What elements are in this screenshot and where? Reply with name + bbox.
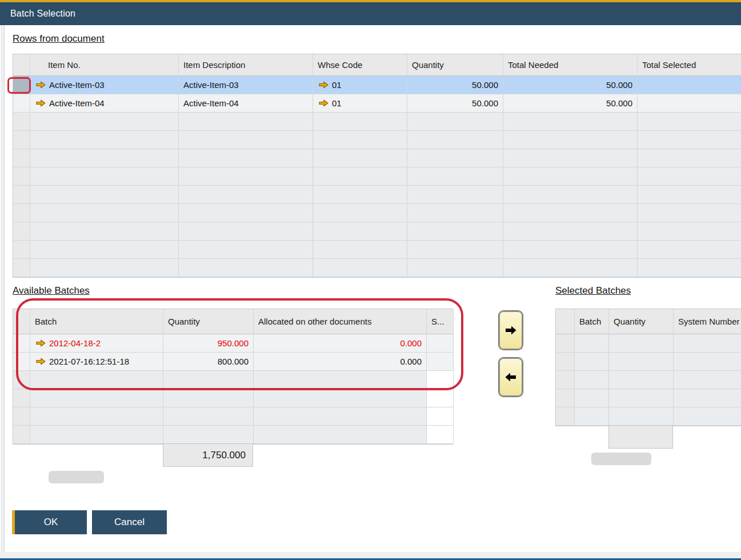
empty-cell <box>407 204 503 222</box>
empty-table-row <box>13 241 741 259</box>
title-bar[interactable]: Batch Selection <box>0 2 741 25</box>
empty-cell <box>313 204 407 222</box>
column-header: Item Description <box>179 54 313 76</box>
batch-selection-window: Batch Selection Rows from document Item … <box>0 0 741 560</box>
cell-allocated[interactable]: 0.000 <box>254 334 427 353</box>
row-selector-cell <box>13 149 30 167</box>
cell-total-selected <box>638 76 741 94</box>
cell-total-selected <box>638 94 741 113</box>
column-header: Item No. <box>30 54 179 76</box>
empty-cell <box>313 149 407 167</box>
empty-cell <box>254 426 427 444</box>
empty-cell <box>30 204 179 222</box>
disabled-button-placeholder <box>49 471 104 483</box>
table-row[interactable]: Active-Item-03Active-Item-030150.00050.0… <box>13 76 741 94</box>
empty-table-row <box>556 407 741 426</box>
empty-cell <box>254 389 427 407</box>
cell-batch-text: 2021-07-16:12:51-18 <box>49 357 129 366</box>
cell-quantity[interactable]: 800.000 <box>163 353 254 371</box>
cancel-button[interactable]: Cancel <box>92 510 167 534</box>
column-header: Quantity <box>609 309 674 334</box>
row-selector-cell[interactable] <box>13 94 30 113</box>
column-header-label: Quantity <box>614 317 646 326</box>
empty-cell <box>313 259 407 277</box>
cell-whse-code[interactable]: 01 <box>313 94 407 113</box>
empty-cell <box>638 259 741 277</box>
cell-item-description[interactable]: Active-Item-04 <box>179 94 313 113</box>
column-header-label: Allocated on other documents <box>258 317 371 326</box>
cell-item-description[interactable]: Active-Item-03 <box>179 76 313 94</box>
empty-cell <box>609 371 674 389</box>
link-arrow-icon[interactable] <box>36 81 46 89</box>
table-row[interactable]: 2021-07-16:12:51-18800.0000.000 <box>13 353 452 371</box>
empty-cell <box>638 222 741 241</box>
cell-batch[interactable]: 2012-04-18-2 <box>30 334 163 353</box>
cell-total-needed[interactable]: 50.000 <box>503 76 638 94</box>
empty-cell <box>30 149 179 167</box>
empty-table-row <box>13 113 741 131</box>
column-header-label: System Number <box>678 317 740 326</box>
empty-cell <box>163 389 254 407</box>
cell-item-description-text: Active-Item-03 <box>183 80 239 90</box>
empty-cell <box>313 113 407 131</box>
row-selector-cell <box>13 204 30 222</box>
row-selector-cell[interactable] <box>13 76 30 94</box>
cell-quantity[interactable]: 50.000 <box>407 94 503 113</box>
empty-cell <box>407 186 503 204</box>
row-selector-cell <box>13 389 30 407</box>
empty-table-row <box>556 371 741 389</box>
cell-quantity[interactable]: 50.000 <box>407 76 503 94</box>
cell-quantity-text: 800.000 <box>218 357 249 366</box>
table-header-row: BatchQuantityAllocated on other document… <box>13 309 452 334</box>
column-header-label: Item No. <box>48 60 81 70</box>
empty-cell <box>609 407 674 426</box>
cell-whse-code[interactable]: 01 <box>313 76 407 94</box>
column-header: Total Selected <box>638 54 741 76</box>
empty-cell <box>609 389 674 407</box>
empty-cell <box>313 222 407 241</box>
row-selector-cell <box>13 113 30 131</box>
cell-quantity-text: 950.000 <box>218 338 249 348</box>
cell-quantity[interactable]: 950.000 <box>163 334 254 353</box>
cell-item-description-text: Active-Item-04 <box>183 98 239 108</box>
empty-cell <box>674 353 741 371</box>
table-row[interactable]: Active-Item-04Active-Item-040150.00050.0… <box>13 94 741 113</box>
column-header: Total Needed <box>503 54 638 76</box>
empty-cell <box>407 241 503 259</box>
empty-cell <box>638 113 741 131</box>
ok-button[interactable]: OK <box>15 510 87 534</box>
cell-item-no[interactable]: Active-Item-04 <box>30 94 179 113</box>
link-arrow-icon[interactable] <box>319 99 329 107</box>
empty-cell <box>30 186 179 204</box>
link-arrow-icon[interactable] <box>36 358 46 365</box>
cell-item-no[interactable]: Active-Item-03 <box>30 76 179 94</box>
row-selector-cell <box>13 259 30 277</box>
move-right-button[interactable] <box>499 311 523 350</box>
empty-cell <box>313 167 407 186</box>
table-row[interactable]: 2012-04-18-2950.0000.000 <box>13 334 452 353</box>
available-batches-table: BatchQuantityAllocated on other document… <box>13 309 453 445</box>
cell-allocated[interactable]: 0.000 <box>254 353 427 371</box>
move-left-button[interactable] <box>499 358 523 397</box>
row-selector-cell <box>13 371 30 389</box>
row-selector-cell <box>13 131 30 149</box>
column-header-label: Whse Code <box>318 60 362 70</box>
empty-table-row <box>13 426 452 444</box>
link-arrow-icon[interactable] <box>36 99 46 107</box>
cell-batch[interactable]: 2021-07-16:12:51-18 <box>30 353 163 371</box>
empty-cell <box>638 186 741 204</box>
link-arrow-icon[interactable] <box>36 339 46 347</box>
cell-total-needed[interactable]: 50.000 <box>503 94 638 113</box>
empty-cell <box>575 353 609 371</box>
empty-cell <box>575 334 609 353</box>
column-header: Quantity <box>163 309 254 334</box>
empty-table-row <box>556 353 741 371</box>
cell-batch-text: 2012-04-18-2 <box>49 338 101 348</box>
empty-cell <box>674 389 741 407</box>
empty-cell <box>503 241 638 259</box>
empty-cell <box>575 389 609 407</box>
row-selector-cell[interactable] <box>13 353 30 371</box>
link-arrow-icon[interactable] <box>319 81 329 89</box>
row-selector-cell[interactable] <box>13 334 30 353</box>
empty-cell <box>163 426 254 444</box>
